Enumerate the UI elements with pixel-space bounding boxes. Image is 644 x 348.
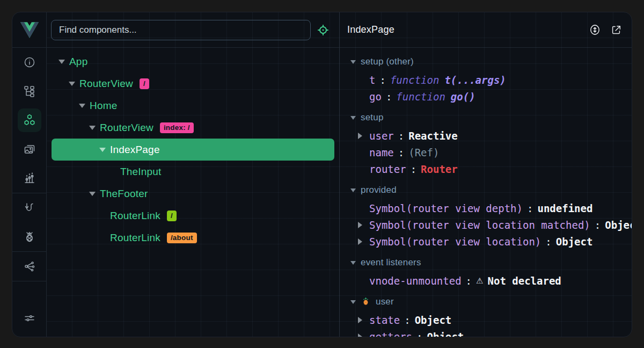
route-badge: /: [140, 78, 149, 89]
expand-toggle-icon[interactable]: [57, 57, 66, 66]
sidebar-item-settings[interactable]: [12, 303, 46, 332]
key-value-separator: :: [398, 147, 404, 158]
expand-arrow-icon[interactable]: [356, 237, 364, 246]
sidebar-item-assets[interactable]: [12, 135, 46, 164]
section-header[interactable]: user: [340, 292, 632, 311]
pinia-icon: [18, 225, 41, 249]
tree-indent-spacer: [108, 168, 117, 176]
section-title: user: [376, 296, 394, 307]
settings-icon: [18, 306, 41, 330]
property-row[interactable]: Symbol(router view location):Object: [340, 233, 632, 250]
component-tree-panel: AppRouterView/HomeRouterViewindex: /Inde…: [47, 12, 340, 337]
inspector-section: event listenersvnode-unmounted:⚠Not decl…: [340, 253, 632, 289]
tree-row[interactable]: TheInput: [52, 161, 334, 183]
property-key: t: [369, 74, 375, 86]
row-indent-spacer: [356, 165, 364, 173]
property-row[interactable]: vnode-unmounted:⚠Not declared: [340, 272, 632, 289]
component-name: RouterLink: [110, 232, 160, 244]
devtools-window: AppRouterView/HomeRouterViewindex: /Inde…: [12, 12, 632, 337]
property-row[interactable]: go:functiongo(): [340, 88, 632, 105]
route-badge: /: [167, 211, 177, 221]
expand-toggle-icon[interactable]: [68, 79, 76, 88]
tree-indent-spacer: [98, 212, 107, 220]
vue-logo: [12, 12, 46, 48]
component-name: Home: [90, 100, 117, 112]
sidebar-item-components[interactable]: [12, 106, 46, 135]
tree-row[interactable]: RouterViewindex: /: [52, 117, 334, 139]
target-icon[interactable]: [316, 23, 331, 38]
inspector-header: IndexPage: [340, 12, 632, 48]
component-name: IndexPage: [110, 144, 160, 156]
section-title: setup: [361, 112, 384, 123]
property-row[interactable]: router:Router: [340, 161, 632, 177]
sidebar-item-pinia[interactable]: [12, 222, 46, 251]
property-row[interactable]: Symbol(router view location matched):Obj…: [340, 216, 632, 233]
section-header[interactable]: provided: [340, 180, 632, 200]
expand-toggle-icon[interactable]: [98, 146, 107, 154]
section-header[interactable]: event listeners: [340, 253, 632, 272]
scroll-to-component-icon[interactable]: [588, 23, 602, 37]
graph-icon: [18, 255, 41, 278]
property-row[interactable]: name: (Ref): [340, 144, 632, 161]
tree-icon: [18, 79, 41, 103]
tree-row[interactable]: Home: [52, 95, 334, 117]
sidebar-item-router[interactable]: [12, 193, 46, 222]
tree-row[interactable]: RouterView/: [52, 73, 334, 95]
sidebar-item-component-tree[interactable]: [12, 77, 46, 106]
expand-arrow-icon[interactable]: [356, 132, 364, 140]
property-value: t(...args): [444, 74, 506, 86]
row-indent-spacer: [356, 92, 364, 101]
expand-arrow-icon[interactable]: [356, 221, 364, 229]
tree-row[interactable]: RouterLink/: [52, 205, 334, 227]
property-value: Reactive: [408, 130, 458, 142]
open-in-editor-icon[interactable]: [609, 23, 623, 37]
info-icon: [18, 50, 41, 74]
sidebar-item-graph[interactable]: [12, 252, 46, 281]
tree-row[interactable]: App: [52, 50, 334, 73]
property-row[interactable]: user:Reactive: [340, 127, 632, 144]
key-value-separator: :: [404, 314, 410, 326]
sidebar-item-timeline[interactable]: [12, 164, 46, 193]
tree-row[interactable]: RouterLink/about: [52, 227, 334, 249]
pineapple-icon: [361, 296, 370, 308]
key-value-separator: :: [545, 236, 551, 248]
expand-toggle-icon[interactable]: [78, 102, 86, 110]
row-indent-spacer: [356, 277, 364, 285]
router-icon: [18, 196, 41, 220]
section-title: event listeners: [361, 257, 421, 268]
component-name: App: [69, 56, 87, 68]
inspector-title: IndexPage: [347, 24, 394, 35]
property-row[interactable]: getters:Object: [340, 328, 632, 337]
expand-toggle-icon[interactable]: [88, 124, 97, 132]
property-key: go: [369, 91, 382, 103]
key-value-separator: :: [386, 91, 392, 103]
inspector-section: setup (other)t:functiont(...args)go:func…: [340, 52, 632, 105]
property-row[interactable]: Symbol(router view depth):undefined: [340, 200, 632, 216]
search-input[interactable]: [51, 20, 311, 40]
expand-arrow-icon[interactable]: [356, 316, 364, 324]
property-key: getters: [369, 331, 412, 337]
section-title: setup (other): [361, 56, 414, 67]
property-row[interactable]: t:functiont(...args): [340, 71, 632, 88]
property-value: function: [396, 91, 445, 103]
section-header[interactable]: setup: [340, 108, 632, 127]
component-name: TheInput: [120, 166, 162, 178]
key-value-separator: :: [411, 163, 416, 175]
timeline-icon: [18, 166, 41, 190]
key-value-separator: :: [379, 74, 385, 86]
expand-toggle-icon[interactable]: [88, 190, 97, 198]
warning-icon: ⚠: [476, 276, 483, 286]
tree-row[interactable]: TheFooter: [52, 183, 334, 205]
property-key: Symbol(router view location): [369, 236, 541, 248]
inspector-body: setup (other)t:functiont(...args)go:func…: [340, 48, 632, 337]
property-value: Object: [415, 314, 452, 326]
sidebar-item-info[interactable]: [12, 48, 46, 77]
property-key: state: [369, 314, 400, 326]
property-key: router: [369, 163, 406, 175]
section-title: provided: [361, 185, 397, 195]
section-header[interactable]: setup (other): [340, 52, 632, 71]
property-row[interactable]: state:Object: [340, 311, 632, 328]
tree-row[interactable]: IndexPage: [52, 139, 334, 161]
property-value: go(): [451, 91, 475, 103]
expand-arrow-icon[interactable]: [356, 332, 364, 337]
